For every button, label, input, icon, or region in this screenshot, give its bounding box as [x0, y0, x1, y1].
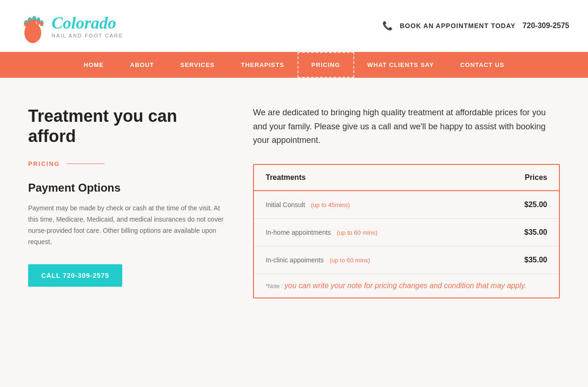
treatment-name-2: In-home appointments [266, 229, 331, 236]
table-header: Treatments Prices [254, 165, 559, 191]
nav-item-therapists[interactable]: THERAPISTS [228, 53, 297, 77]
pricing-table: Treatments Prices Initial Consult (up to… [253, 164, 560, 298]
nav-item-contact-us[interactable]: CONTACT US [447, 53, 517, 77]
phone-icon: 📞 [382, 21, 393, 31]
treatment-duration-2: (up to 60 mins) [337, 229, 378, 236]
table-row: In-clinic appoiments (up to 60 mins) $35… [254, 246, 559, 274]
logo-name: Colorado [52, 13, 123, 33]
treatment-cell-1: Initial Consult (up to 45mins) [266, 201, 350, 209]
svg-point-7 [29, 18, 31, 21]
logo-sub: NAIL AND FOOT CARE [52, 33, 123, 38]
nav-item-what-clients-say[interactable]: WHAT CLIENTS SAY [354, 53, 447, 77]
svg-point-9 [37, 18, 40, 21]
table-row: Initial Consult (up to 45mins) $25.00 [254, 191, 559, 219]
right-panel: We are dedicated to bringing high qualit… [253, 106, 560, 298]
treatment-cell-2: In-home appointments (up to 60 mins) [266, 228, 377, 237]
col-prices: Prices [525, 173, 547, 182]
payment-description: Payment may be made by check or cash at … [28, 203, 225, 247]
treatment-duration-1: (up to 45mins) [311, 201, 350, 208]
treatment-name-1: Initial Consult [266, 201, 305, 208]
svg-point-10 [41, 20, 43, 23]
logo-icon [19, 7, 47, 45]
main-content: Treatment you can afford PRICING Payment… [0, 78, 588, 327]
treatment-price-1: $25.00 [524, 201, 547, 209]
treatment-cell-3: In-clinic appoiments (up to 60 mins) [266, 256, 370, 264]
book-appointment-text: BOOK AN APPOINTMENT TODAY [400, 22, 515, 30]
col-treatments: Treatments [266, 173, 305, 182]
treatment-duration-3: (up to 60 mins) [329, 257, 370, 264]
left-panel: Treatment you can afford PRICING Payment… [28, 106, 225, 298]
main-nav: HOME ABOUT SERVICES THERAPISTS PRICING W… [0, 52, 588, 78]
header-right: 📞 BOOK AN APPOINTMENT TODAY 720-309-2575 [382, 21, 569, 31]
nav-item-pricing[interactable]: PRICING [298, 52, 354, 78]
pricing-label: PRICING [28, 160, 225, 167]
note-prefix: *Note : [266, 283, 284, 290]
header-phone-number: 720-309-2575 [522, 22, 569, 30]
table-row: In-home appointments (up to 60 mins) $35… [254, 219, 559, 246]
svg-point-6 [25, 21, 28, 23]
nav-item-home[interactable]: HOME [71, 53, 117, 77]
call-button[interactable]: CALL 720-309-2575 [28, 264, 122, 287]
treatment-name-3: In-clinic appoiments [266, 256, 324, 264]
treatment-price-3: $35.00 [524, 256, 547, 264]
pricing-label-line [67, 164, 104, 164]
description-text: We are dedicated to bringing high qualit… [253, 106, 560, 148]
logo-text: Colorado NAIL AND FOOT CARE [52, 13, 123, 38]
header: Colorado NAIL AND FOOT CARE 📞 BOOK AN AP… [0, 0, 588, 52]
note-row: *Note : you can write your note for pric… [254, 274, 559, 298]
logo-area: Colorado NAIL AND FOOT CARE [19, 7, 123, 45]
svg-point-8 [33, 16, 36, 20]
nav-item-services[interactable]: SERVICES [167, 53, 228, 77]
note-italic-text: you can write your note for pricing chan… [284, 282, 526, 290]
treatment-price-2: $35.00 [524, 228, 547, 237]
payment-title: Payment Options [28, 181, 225, 194]
nav-item-about[interactable]: ABOUT [117, 53, 167, 77]
pricing-label-text: PRICING [28, 160, 60, 167]
page-title: Treatment you can afford [28, 106, 225, 146]
